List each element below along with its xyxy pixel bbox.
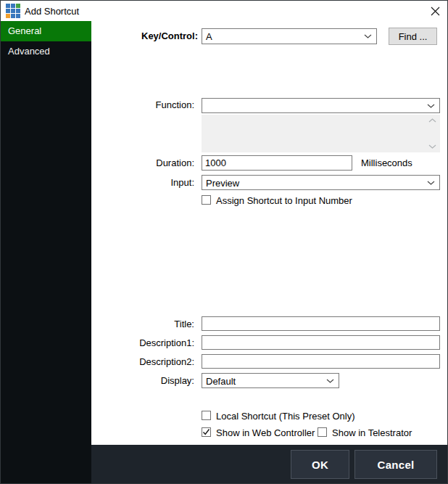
display-label: Display: [91,375,194,386]
titlebar: Add Shortcut [1,1,447,21]
show-web-controller-checkbox[interactable] [202,427,211,437]
input-label: Input: [91,177,194,188]
chevron-down-icon [326,379,334,383]
local-shortcut-checkbox[interactable] [202,411,211,420]
ok-button[interactable]: OK [291,450,349,479]
sidebar: General Advanced [1,21,91,484]
app-grid-icon [6,4,20,18]
key-control-select[interactable]: A [202,28,377,44]
tab-general[interactable]: General [1,21,91,41]
chevron-down-icon [427,104,435,108]
title-label: Title: [91,319,194,329]
tab-advanced[interactable]: Advanced [1,41,91,62]
assign-input-number-checkbox[interactable] [202,195,211,205]
chevron-down-icon [427,181,435,185]
check-icon [202,428,210,436]
show-telestrator-checkbox[interactable] [318,427,327,437]
assign-input-number-label: Assign Shortcut to Input Number [216,195,352,206]
milliseconds-label: Milliseconds [361,157,412,168]
local-shortcut-label: Local Shortcut (This Preset Only) [216,411,354,422]
description2-label: Description2: [91,356,194,367]
cancel-button[interactable]: Cancel [354,450,437,479]
input-value: Preview [206,177,239,188]
find-button[interactable]: Find ... [389,28,437,45]
description1-input[interactable] [202,335,440,350]
scroll-down-icon [428,144,436,149]
key-control-label: Key/Control: [91,30,198,41]
close-button[interactable] [428,4,441,17]
chevron-down-icon [364,34,372,38]
key-control-value: A [206,31,212,42]
show-web-controller-label: Show in Web Controller [216,427,315,438]
duration-label: Duration: [91,157,194,168]
show-telestrator-label: Show in Telestrator [332,427,412,438]
description1-label: Description1: [91,337,194,348]
close-icon [431,7,440,16]
title-input[interactable] [202,316,440,331]
general-panel: Key/Control: A Find ... Function: D [91,21,448,445]
duration-input[interactable] [202,155,352,171]
display-select[interactable]: Default [202,373,339,388]
scroll-up-icon [428,118,436,123]
display-value: Default [206,375,236,386]
description2-input[interactable] [202,354,440,369]
add-shortcut-dialog: Add Shortcut General Advanced Key/Contro… [0,0,448,484]
function-description-panel [202,115,440,152]
window-title: Add Shortcut [25,6,79,17]
function-label: Function: [91,99,194,110]
footer-bar: OK Cancel [91,445,448,484]
function-select[interactable] [202,98,440,113]
input-select[interactable]: Preview [202,175,440,190]
